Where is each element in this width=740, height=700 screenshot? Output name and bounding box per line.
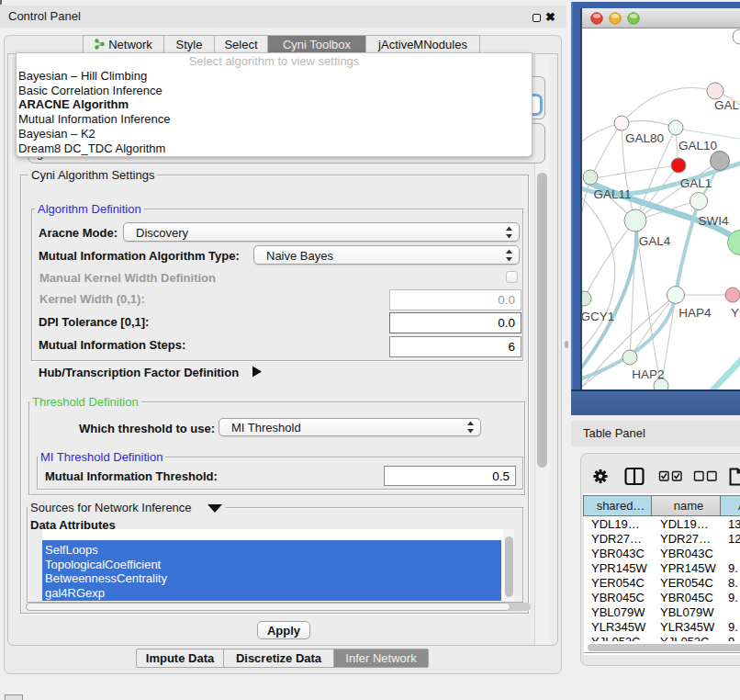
svg-text:HAP2: HAP2	[632, 367, 664, 381]
svg-text:GAL10: GAL10	[678, 139, 717, 152]
svg-text:GCY1: GCY1	[582, 310, 614, 323]
svg-text:SWI4: SWI4	[698, 214, 728, 228]
svg-text:HAP4: HAP4	[678, 306, 712, 320]
svg-text:GAL80: GAL80	[625, 131, 664, 145]
svg-text:YM: YM	[731, 306, 740, 320]
svg-text:GAL7: GAL7	[714, 98, 740, 112]
svg-text:GAL1: GAL1	[680, 176, 712, 190]
svg-text:GAL4: GAL4	[639, 234, 671, 248]
svg-text:GAL11: GAL11	[593, 187, 631, 201]
